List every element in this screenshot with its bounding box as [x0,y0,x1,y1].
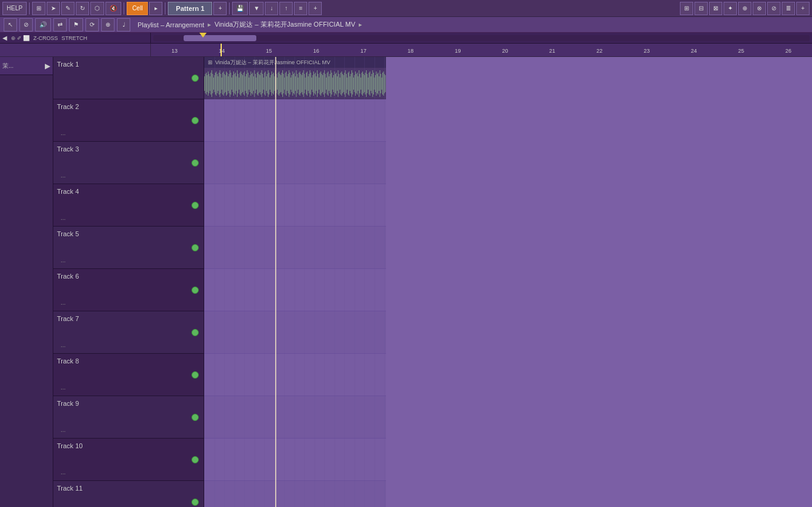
cell-arrow-button[interactable]: ▸ [149,2,162,15]
track-4-dots: ... [61,214,65,221]
svg-rect-60 [258,71,259,96]
horizontal-scrollbar[interactable] [153,35,810,41]
rt6-button[interactable]: ⊗ [753,2,766,15]
stretch-label: STRETCH [62,35,88,41]
left-panel-top: 茉... ▶ [0,57,53,75]
svg-rect-31 [231,78,232,90]
svg-rect-144 [334,71,335,96]
svg-rect-122 [314,74,315,93]
svg-rect-102 [296,70,297,97]
help-button[interactable]: HELP [2,2,27,15]
left-panel-vol-button[interactable]: ▶ [45,62,50,70]
svg-rect-47 [246,74,247,93]
scroll-thumb[interactable] [184,35,256,41]
svg-rect-52 [251,71,251,96]
timeline-grid[interactable]: ⊞ Vinida万妮达 – 茉莉花开Jasmine OFFICIAL MV [204,57,386,507]
export-button[interactable]: ↓ [265,2,278,15]
track-8-active[interactable] [191,371,199,379]
track-header-2: Track 2 ... [53,99,204,142]
svg-rect-105 [299,73,299,94]
svg-rect-199 [384,74,385,93]
rt7-button[interactable]: ⊘ [767,2,780,15]
loop-btn[interactable]: ⟳ [85,18,99,31]
breadcrumb-text: Playlist – Arrangement ► Vinida万妮达 – 茉莉花… [138,20,363,29]
svg-rect-55 [253,76,254,91]
grid-mode-button[interactable]: ⊞ [32,2,45,15]
rt9-button[interactable]: + [796,2,810,15]
svg-rect-86 [282,73,282,94]
track-7-active[interactable] [191,329,199,336]
settings-button[interactable]: ≡ [294,2,307,15]
export2-button[interactable]: ↑ [279,2,293,15]
grid-track-6 [204,269,386,311]
track-10-active[interactable] [191,456,199,463]
mark-20: 20 [502,48,508,54]
svg-rect-26 [227,73,228,94]
track-9-active[interactable] [191,414,199,421]
cursor-tool[interactable]: ↖ [4,18,17,31]
cell-button[interactable]: Cell [127,2,148,15]
track-5-dots: ... [61,257,65,263]
svg-rect-191 [377,74,378,93]
track-1-active[interactable] [191,75,199,82]
track-3-active[interactable] [191,159,199,167]
mute-tool-button[interactable]: 🔇 [105,2,121,15]
flag-btn[interactable]: ⚑ [69,18,83,31]
svg-rect-74 [271,75,271,92]
svg-rect-186 [373,70,373,97]
ruler-timeline[interactable]: 13 14 15 16 17 18 19 20 21 22 23 24 25 2… [151,44,812,56]
svg-rect-30 [231,73,231,94]
mark-25: 25 [738,48,744,54]
rt5-button[interactable]: ⊕ [738,2,751,15]
svg-rect-127 [319,78,319,90]
track-11-active[interactable] [191,499,199,506]
svg-rect-58 [256,78,257,90]
waveform-svg [204,68,386,99]
left-panel-body [0,75,53,507]
svg-rect-135 [326,78,327,90]
svg-rect-116 [309,74,310,93]
swap-btn[interactable]: ⇄ [53,18,67,31]
track-5-active[interactable] [191,244,199,251]
rt4-button[interactable]: ✦ [724,2,737,15]
svg-rect-87 [282,70,283,97]
svg-rect-11 [213,78,214,90]
metro-btn[interactable]: ♩ [117,18,130,31]
loop-tool-button[interactable]: ↻ [76,2,89,15]
svg-rect-22 [224,71,224,96]
zoom-btn[interactable]: ⊕ [101,18,115,31]
mute-icon-btn[interactable]: ⊘ [19,18,33,31]
svg-rect-50 [249,78,250,90]
rt1-button[interactable]: ⊞ [680,2,693,15]
stamp-tool-button[interactable]: ⬡ [90,2,104,15]
pencil-tool-button[interactable]: ✎ [61,2,75,15]
svg-rect-20 [222,78,222,90]
svg-rect-70 [267,74,268,93]
nav-left-arrow[interactable]: ◀ [2,35,7,41]
rt8-button[interactable]: ≣ [782,2,795,15]
svg-rect-97 [291,75,292,92]
svg-rect-84 [280,74,281,93]
svg-rect-140 [331,70,331,97]
track-4-active[interactable] [191,202,199,209]
svg-rect-77 [273,73,274,94]
save-button[interactable]: 💾 [232,2,248,15]
svg-rect-91 [286,71,287,96]
plus-button[interactable]: + [308,2,322,15]
svg-rect-92 [287,76,288,91]
svg-rect-67 [264,73,265,94]
track-2-active[interactable] [191,117,199,124]
svg-rect-159 [348,73,348,94]
arrow-tool-button[interactable]: ➤ [47,2,60,15]
svg-rect-32 [233,75,233,92]
rt3-button[interactable]: ⊠ [709,2,722,15]
rt2-button[interactable]: ⊟ [694,2,708,15]
pattern-add-button[interactable]: + [213,2,227,15]
speaker-btn[interactable]: 🔊 [35,18,51,31]
ruler-row: 13 14 15 16 17 18 19 20 21 22 23 24 25 2… [0,44,812,57]
filter-button[interactable]: ▼ [249,2,264,15]
audio-track-header: ⊞ Vinida万妮达 – 茉莉花开Jasmine OFFICIAL MV [204,57,386,68]
svg-rect-157 [346,74,347,93]
track-6-active[interactable] [191,287,199,294]
track-10-dots: ... [61,469,65,476]
